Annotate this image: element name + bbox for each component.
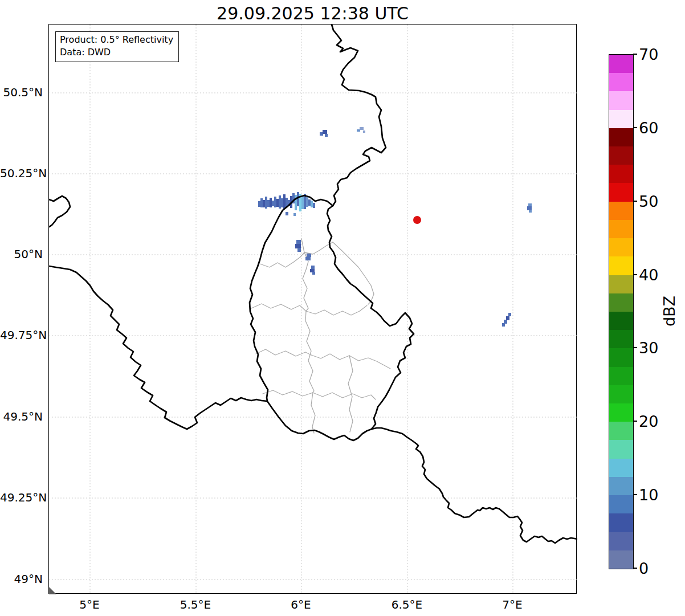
colorbar-segment: [609, 55, 633, 73]
radar-echo-cell: [283, 194, 286, 209]
radar-echo-cell: [313, 203, 315, 208]
map-plot-area: [48, 24, 577, 594]
radar-echo-cell: [363, 130, 365, 133]
colorbar-segment: [609, 312, 633, 330]
lat-tick-label: 49.75°N: [0, 328, 45, 342]
colorbar-tick-mark: [633, 201, 637, 202]
colorbar-tick-label: 10: [639, 487, 658, 503]
district-border-germany: [333, 242, 374, 304]
radar-echo-cell: [508, 313, 511, 316]
colorbar-segment: [609, 348, 633, 366]
colorbar-tick-label: 50: [639, 194, 658, 209]
lon-tick-label: 5°E: [55, 598, 124, 611]
product-info-line1: Product: 0.5° Reflectivity: [60, 34, 173, 46]
lat-tick-label: 50.25°N: [0, 166, 45, 180]
radar-echo-cell: [260, 198, 263, 207]
border-givet-salient: [49, 196, 70, 227]
radar-echo-cell: [279, 195, 281, 209]
colorbar-segment: [609, 385, 633, 403]
colorbar-segment: [609, 220, 633, 238]
colorbar-tick-mark: [633, 127, 637, 128]
canton-border: [304, 242, 333, 254]
border-france-belgium: [49, 266, 267, 429]
colorbar-segment: [609, 532, 633, 550]
radar-echo-cell: [265, 197, 267, 209]
map-corner-wedge: [49, 587, 58, 594]
colorbar-segment: [609, 256, 633, 275]
radar-echo-cell: [323, 130, 327, 134]
radar-echo-cell: [295, 244, 301, 248]
radar-echo-cell: [301, 196, 304, 209]
canton-border: [263, 390, 313, 396]
colorbar-segment: [609, 495, 633, 513]
radar-echo-cell: [276, 199, 279, 207]
radar-echo-cell: [306, 197, 308, 207]
radar-echo-cell: [281, 198, 283, 207]
radar-echo-cell: [274, 197, 276, 207]
radar-echo-layer: [258, 127, 532, 327]
colorbar-segment: [609, 275, 633, 293]
radar-echo-cell: [529, 210, 532, 213]
colorbar-tick-label: 20: [639, 414, 658, 429]
colorbar-segment: [609, 477, 633, 495]
radar-echo-cell: [286, 212, 288, 215]
colorbar: [609, 54, 634, 569]
border-luxembourg-belgium-france: [250, 195, 372, 440]
colorbar-tick-mark: [633, 494, 637, 495]
colorbar-tick-mark: [633, 568, 637, 569]
colorbar-segment: [609, 330, 633, 348]
radar-echo-cell: [297, 192, 299, 206]
canton-border: [313, 393, 376, 399]
radar-site-marker: [413, 216, 421, 224]
radar-echo-cell: [311, 201, 313, 207]
colorbar-segment: [609, 403, 633, 422]
colorbar-segment: [609, 183, 633, 201]
radar-echo-cell: [270, 198, 272, 207]
colorbar-tick-label: 40: [639, 267, 658, 283]
border-france-germany-moselle: [372, 428, 577, 543]
canton-border: [301, 239, 314, 393]
border-luxembourg-germany: [327, 206, 414, 429]
radar-echo-cell: [312, 272, 315, 275]
colorbar-tick-label: 30: [639, 340, 658, 356]
radar-echo-cell: [308, 199, 311, 206]
radar-echo-cell: [272, 201, 274, 206]
colorbar-tick-label: 60: [639, 120, 658, 136]
radar-echo-cell: [295, 195, 297, 210]
radar-echo-cell: [527, 206, 532, 210]
radar-echo-cell: [258, 201, 260, 207]
radar-echo-cell: [311, 266, 315, 270]
canton-border: [306, 305, 367, 315]
lon-tick-label: 6.5°E: [373, 598, 441, 611]
radar-echo-cell: [297, 248, 301, 252]
colorbar-segment: [609, 146, 633, 165]
lon-tick-label: 7°E: [478, 598, 547, 611]
radar-echo-cell: [502, 323, 505, 327]
figure-title: 29.09.2025 12:38 UTC: [48, 3, 577, 23]
radar-echo-cell: [305, 257, 311, 260]
lat-tick-label: 50°N: [0, 247, 45, 261]
radar-figure: 29.09.2025 12:38 UTC: [0, 0, 685, 616]
radar-echo-cell: [267, 200, 270, 207]
colorbar-segment: [609, 128, 633, 146]
radar-echo-cell: [506, 316, 509, 320]
colorbar-segment: [609, 513, 633, 532]
radar-echo-cell: [307, 254, 311, 257]
colorbar-segment: [609, 110, 633, 128]
radar-echo-cell: [504, 320, 507, 324]
colorbar-tick-mark: [633, 347, 637, 348]
colorbar-segment: [609, 367, 633, 385]
canton-border: [256, 349, 311, 356]
lat-tick-label: 49.25°N: [0, 491, 45, 504]
country-borders: [49, 25, 577, 543]
lon-tick-label: 6°E: [267, 598, 335, 611]
product-info-box: Product: 0.5° Reflectivity Data: DWD: [55, 31, 179, 62]
map-canvas: [49, 25, 577, 594]
colorbar-segment: [609, 440, 633, 458]
canton-border: [311, 393, 315, 433]
lat-tick-label: 49.5°N: [0, 410, 45, 423]
colorbar-segment: [609, 422, 633, 440]
colorbar-tick-label: 70: [639, 47, 658, 62]
colorbar-tick-label: 0: [639, 561, 649, 576]
lat-tick-label: 50.5°N: [0, 85, 45, 99]
